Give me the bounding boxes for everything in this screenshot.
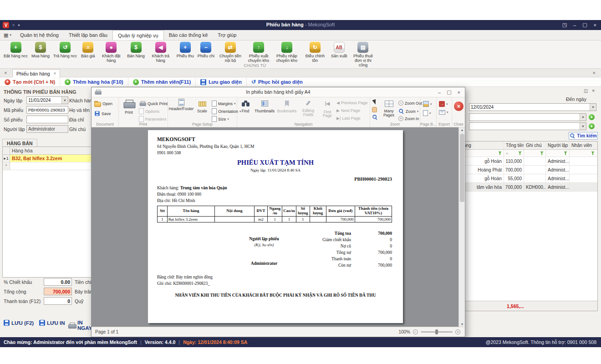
filter-icon[interactable] (540, 152, 544, 155)
filter-ghi-chu[interactable] (524, 150, 546, 157)
save-button[interactable]: LƯU (F2) (4, 320, 34, 326)
find-button[interactable]: Find (238, 101, 253, 113)
bookmarks-button[interactable]: Bookmarks (276, 101, 297, 113)
panel-close-icon[interactable]: × (592, 88, 595, 93)
dropdown-icon[interactable]: ▼ (590, 104, 596, 111)
restore-layout-button[interactable]: ↺ Phục hồi giao diện (247, 77, 307, 86)
filter-nguoi-lap[interactable] (546, 150, 570, 157)
dialog-minimize-icon[interactable]: – (438, 90, 441, 95)
filter-tong-tien[interactable]: = (504, 150, 524, 157)
menu-tab-tro-giup[interactable]: Trợ giúp (213, 30, 241, 40)
window-close-icon[interactable]: × (594, 22, 596, 28)
col-ghi-chu[interactable]: Ghi chú (524, 142, 546, 149)
dialog-maximize-icon[interactable]: ▢ (447, 89, 451, 95)
preview-scrollbar[interactable]: ▲ ▼ (458, 127, 465, 327)
dropdown-icon[interactable]: ▼ (580, 114, 586, 121)
thanh-toan-input[interactable]: 0 (44, 297, 72, 305)
open-button[interactable]: Open (94, 101, 112, 107)
nguoi-lap-input[interactable]: Administrator (26, 125, 68, 133)
size-button[interactable]: Size▾ (212, 116, 229, 122)
tab-hang-ban[interactable]: HÀNG BÁN (2, 139, 37, 147)
col-nguoi-lap[interactable]: Người lập (546, 142, 570, 149)
filter-icon[interactable] (518, 152, 522, 155)
close-preview-button[interactable]: × (454, 101, 463, 111)
so-phieu-input[interactable] (26, 116, 68, 123)
menu-tab-bao-cao-thong-ke[interactable]: Báo cáo thống kê (164, 30, 213, 40)
zoom-slider-thumb[interactable] (435, 329, 438, 334)
tab-close-icon[interactable]: × (54, 71, 56, 76)
scroll-up-icon[interactable]: ▲ (459, 128, 465, 131)
refresh-filter-2-icon[interactable]: + (589, 123, 595, 129)
ribbon-item-ban-hang[interactable]: $Bán hàng (125, 40, 147, 58)
zoom-slider[interactable] (421, 331, 453, 333)
window-expand-icon[interactable]: ◳ (562, 22, 567, 28)
zoom-in-button[interactable]: +Zoom In (398, 116, 419, 121)
scroll-thumb[interactable] (460, 134, 464, 202)
ribbon-item-phieu-nhap-chuyen-kho[interactable]: ↓Phiếu nhập chuyển kho (273, 40, 301, 63)
search-button[interactable]: Tìm kiếm (569, 132, 598, 140)
filter-combo-2[interactable]: ▼ (469, 122, 586, 130)
tong-cong-input[interactable]: 700,000 (44, 288, 72, 295)
chiet-khau-input[interactable]: 0.00 (44, 278, 72, 286)
dialog-close-icon[interactable]: × (458, 90, 460, 95)
zoom-out-slider-icon[interactable]: − (413, 329, 418, 334)
filter-combo-1[interactable]: ▼ (469, 113, 586, 121)
close-all-tabs-icon[interactable]: × (4, 70, 7, 76)
last-page-button[interactable]: ▶|Last Page (336, 116, 361, 121)
thumbnails-button[interactable]: Thumbnails (254, 101, 275, 113)
panel-pin-icon[interactable]: ◫ (584, 88, 588, 93)
first-page-button[interactable]: |◀First Page (319, 101, 336, 118)
tab-bar-close-icon[interactable]: × (593, 70, 596, 76)
page-color-button[interactable]: ▾ (423, 101, 432, 107)
filter-icon[interactable] (591, 152, 595, 155)
parameters-button[interactable]: Parameters (139, 116, 167, 122)
send-email-button[interactable]: ▾ (439, 110, 448, 115)
scroll-down-icon[interactable]: ▼ (459, 323, 465, 326)
ribbon-item-chuyen-tien-noi-bo[interactable]: ⇄Chuyển tiền nội bộ (216, 40, 244, 63)
app-menu-button[interactable]: ▦ ▾ (0, 32, 15, 38)
menu-tab-thiet-lap-ban-dau[interactable]: Thiết lập ban đầu (64, 30, 112, 40)
save-print-button[interactable]: LƯU IN (39, 320, 65, 326)
save-document-button[interactable]: Save (94, 111, 111, 116)
hand-tool-button[interactable] (372, 107, 377, 112)
ribbon-item-phieu-chi[interactable]: −Phiếu chi (196, 40, 216, 58)
add-item-button[interactable]: + Thêm hàng hóa (F10) (60, 77, 128, 86)
ribbon-item-khach-tra-hang[interactable]: ◀Khách trả hàng (147, 40, 175, 63)
quick-print-button[interactable]: Quick Print (139, 101, 168, 106)
menu-tab-quan-ly-nghiep-vu[interactable]: Quản lý nghiệp vụ (112, 30, 164, 40)
previous-page-button[interactable]: ◀Previous Page (336, 101, 367, 105)
window-maximize-icon[interactable]: ▢ (582, 22, 587, 28)
options-button[interactable]: Options (139, 108, 159, 114)
refresh-filter-1-icon[interactable]: + (589, 114, 595, 120)
editing-fields-button[interactable]: Editing Fields (298, 101, 318, 117)
ribbon-item-khach-dat-hang[interactable]: ●Khách đặt hàng (97, 40, 125, 63)
ribbon-item-phieu-thu[interactable]: +Phiếu thu (175, 40, 196, 58)
den-ngay-combo[interactable]: 12/01/2024 ▼ (469, 103, 596, 111)
window-minimize-icon[interactable]: – (573, 22, 576, 28)
zoom-in-slider-icon[interactable]: + (455, 329, 460, 334)
watermark-button[interactable]: ▾ (423, 110, 431, 116)
filter-icon[interactable] (564, 152, 567, 155)
filter-nhan-vien[interactable] (570, 150, 596, 157)
ribbon-item-bao-gia[interactable]: ≡Báo giá (79, 40, 97, 58)
print-button[interactable]: Print (121, 99, 137, 115)
header-footer-button[interactable]: Header/Footer (169, 99, 194, 111)
save-layout-button[interactable]: Lưu giao diện (196, 77, 247, 86)
scale-button[interactable]: Scale (194, 100, 210, 113)
ribbon-item-phieu-xuat-chuyen-kho[interactable]: ↑Phiếu xuất chuyển kho (244, 40, 273, 63)
col-nhan-vien[interactable]: Nhân viên (570, 142, 596, 149)
dropdown-icon[interactable]: ▼ (580, 123, 586, 130)
pointer-tool-button[interactable] (372, 100, 377, 106)
zoom-out-button[interactable]: −Zoom Out (398, 101, 422, 106)
orientation-button[interactable]: Orientation▾ (212, 108, 241, 114)
ribbon-item-tra-hang-ncc[interactable]: ↺Trả hàng ncc (51, 40, 79, 58)
tab-phieu-ban-hang[interactable]: Phiếu bán hàng × (12, 69, 60, 77)
filter-icon[interactable] (498, 152, 502, 155)
ribbon-item-dat-hang-ncc[interactable]: +Đặt hàng ncc (2, 40, 30, 58)
ngay-lap-combo[interactable]: 11/01/2024 ▼ (26, 96, 68, 104)
col-tong-tien[interactable]: Tổng tiền (504, 142, 524, 149)
add-employee-button[interactable]: + Thêm nhân viên(F11) (128, 77, 196, 86)
menu-tab-quan-tri-he-thong[interactable]: Quản trị hệ thống (15, 30, 64, 40)
zoom-button[interactable]: Zoom▾ (398, 108, 418, 114)
next-page-button[interactable]: ▶Next Page (336, 108, 360, 113)
